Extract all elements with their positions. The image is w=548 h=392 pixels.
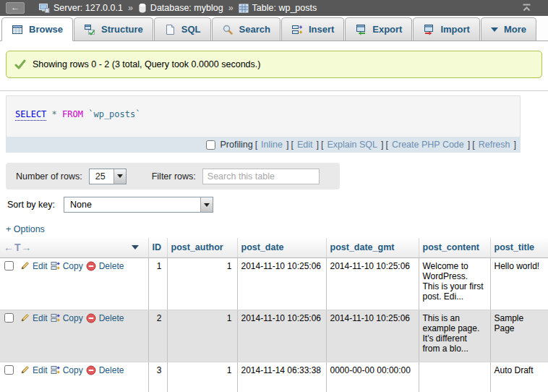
cell-post-content: Welcome to WordPress. This is your first… <box>419 257 490 310</box>
cell-post-date: 2014-11-14 06:33:38 <box>237 362 326 392</box>
refresh-link[interactable]: Refresh <box>479 140 510 150</box>
table-row: Edit Copy Delete 3 1 2014-11-14 06:33:38… <box>0 362 548 392</box>
cell-post-author: 1 <box>167 310 237 362</box>
tab-label: Insert <box>309 24 334 35</box>
column-header-actions[interactable]: ←T→ <box>0 238 148 257</box>
cell-post-title: Auto Draft <box>490 362 548 392</box>
export-icon <box>355 24 367 35</box>
tab-structure[interactable]: Structure <box>74 17 153 41</box>
tab-browse[interactable]: Browse <box>1 17 73 41</box>
tab-label: Export <box>372 24 402 35</box>
rows-per-page-select[interactable]: 25 <box>89 169 127 184</box>
filter-rows-label: Filter rows: <box>152 171 196 182</box>
edit-query-link[interactable]: Edit <box>297 140 313 150</box>
tab-label: Browse <box>29 24 63 35</box>
select-arrow-button[interactable] <box>114 169 126 184</box>
create-php-code-link[interactable]: Create PHP Code <box>392 140 464 150</box>
bracket: [ <box>291 140 293 150</box>
status-message: Showing rows 0 - 2 (3 total, Query took … <box>6 51 542 78</box>
bracket: [ <box>255 140 257 150</box>
column-actions-caret-icon[interactable] <box>132 245 139 250</box>
column-header-post-author[interactable]: post_author <box>167 238 237 257</box>
delete-icon[interactable] <box>86 365 96 375</box>
breadcrumb-server[interactable]: Server: 127.0.0.1 <box>38 3 123 14</box>
column-header-post-date[interactable]: post_date <box>237 238 326 257</box>
copy-icon[interactable] <box>51 261 60 270</box>
cell-post-date-gmt: 2014-11-10 10:25:06 <box>326 310 419 362</box>
profiling-label: Profiling <box>220 140 252 150</box>
delete-link[interactable]: Delete <box>99 365 124 375</box>
column-header-post-content[interactable]: post_content <box>419 238 490 257</box>
copy-link[interactable]: Copy <box>63 313 83 323</box>
table-row: Edit Copy Delete 1 1 2014-11-10 10:25:06… <box>0 257 548 310</box>
copy-icon[interactable] <box>51 365 60 375</box>
rows-filter-bar: Number of rows: 25 Filter rows: <box>6 163 340 189</box>
cell-id: 2 <box>148 310 167 362</box>
tab-sql[interactable]: SQL <box>154 17 211 41</box>
row-select-checkbox[interactable] <box>4 261 14 270</box>
copy-icon[interactable] <box>51 313 60 323</box>
rows-per-page-value: 25 <box>90 171 114 182</box>
row-select-checkbox[interactable] <box>4 365 14 375</box>
breadcrumb-separator: » <box>228 3 234 13</box>
tab-export[interactable]: Export <box>345 17 412 41</box>
back-button[interactable]: ← <box>6 2 25 14</box>
select-arrow-button[interactable] <box>200 197 213 212</box>
column-header-post-title[interactable]: post_title <box>490 238 548 257</box>
breadcrumb-table[interactable]: Table: wp_posts <box>239 3 317 13</box>
bracket: [ <box>472 140 474 150</box>
delete-link[interactable]: Delete <box>99 313 124 323</box>
breadcrumb-database[interactable]: Database: myblog <box>138 3 223 13</box>
column-header-id[interactable]: ID <box>148 238 167 257</box>
table-header-row: ←T→ ID post_author post_date post_date_g… <box>0 238 548 257</box>
browse-icon <box>12 24 23 35</box>
edit-pencil-icon[interactable] <box>20 261 30 271</box>
inline-link[interactable]: Inline <box>261 140 283 150</box>
breadcrumb-bar: ← Server: 127.0.0.1 » Database: myblog »… <box>0 0 548 16</box>
tab-insert[interactable]: Insert <box>281 17 344 41</box>
tab-import[interactable]: Import <box>413 17 479 41</box>
sort-by-key-select[interactable]: None <box>64 197 213 213</box>
tab-search[interactable]: Search <box>212 17 281 41</box>
cell-post-author: 1 <box>167 362 237 392</box>
cell-post-date: 2014-11-10 10:25:06 <box>237 310 326 362</box>
column-header-post-date-gmt[interactable]: post_date_gmt <box>326 238 419 257</box>
collapse-panel-icon[interactable] <box>521 4 532 12</box>
sql-query-text: SELECT * FROM `wp_posts` <box>6 95 521 137</box>
bracket: ] <box>286 140 288 150</box>
edit-link[interactable]: Edit <box>33 313 48 323</box>
edit-pencil-icon[interactable] <box>20 365 30 375</box>
edit-link[interactable]: Edit <box>33 261 48 271</box>
cell-post-content: This is an example page. It's different … <box>419 310 490 362</box>
bracket: [ <box>385 140 388 150</box>
structure-icon <box>84 24 95 35</box>
breadcrumb-table-label: Table: wp_posts <box>252 3 317 13</box>
bracket: ] <box>468 140 470 150</box>
bracket: [ <box>321 140 323 150</box>
edit-pencil-icon[interactable] <box>20 313 30 323</box>
delete-icon[interactable] <box>86 261 96 271</box>
profiling-checkbox[interactable] <box>206 140 215 150</box>
options-toggle-link[interactable]: + Options <box>6 224 548 234</box>
chevron-down-icon <box>204 203 210 207</box>
delete-link[interactable]: Delete <box>99 261 124 271</box>
copy-link[interactable]: Copy <box>63 261 83 271</box>
table-icon <box>239 4 249 13</box>
row-direction-toggle-icon[interactable]: ←T→ <box>4 242 33 253</box>
sort-by-key-value: None <box>64 200 200 210</box>
filter-rows-input[interactable] <box>202 169 320 184</box>
sql-table-identifier: `wp_posts` <box>88 109 140 119</box>
edit-link[interactable]: Edit <box>33 365 48 375</box>
explain-sql-link[interactable]: Explain SQL <box>327 140 377 150</box>
cell-post-date-gmt: 0000-00-00 00:00:00 <box>326 362 419 392</box>
tab-more[interactable]: More <box>481 17 536 41</box>
insert-icon <box>291 24 303 35</box>
copy-link[interactable]: Copy <box>63 365 83 375</box>
breadcrumb-database-label: Database: myblog <box>150 3 223 13</box>
rows-per-page-label: Number of rows: <box>16 171 82 182</box>
sql-query-panel: SELECT * FROM `wp_posts` Profiling [ Inl… <box>6 95 521 153</box>
tab-label: Import <box>440 24 469 35</box>
row-select-checkbox[interactable] <box>4 313 14 323</box>
success-check-icon <box>14 59 26 69</box>
delete-icon[interactable] <box>86 313 96 323</box>
